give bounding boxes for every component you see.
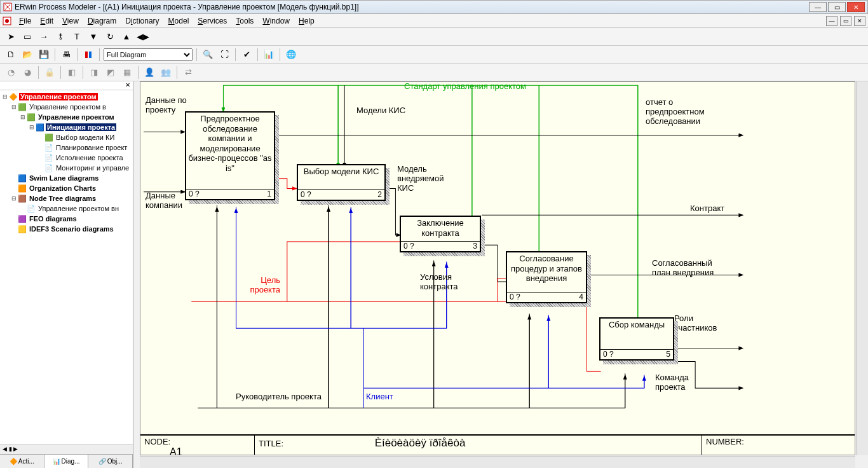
svc2-icon: ◕ bbox=[20, 65, 34, 79]
tab-objects[interactable]: 🔗 Obj... bbox=[88, 455, 133, 468]
activity-box-2[interactable]: Выбор модели КИС 0 ?2 bbox=[297, 164, 386, 201]
tab-diagrams[interactable]: 📊 Diag... bbox=[44, 455, 89, 468]
output-label-3: Контракт bbox=[690, 204, 724, 214]
window-close-button[interactable]: ✕ bbox=[847, 2, 865, 12]
diagram-area: Стандарт управления проектом Данные по п… bbox=[133, 81, 868, 468]
input-label-2: Модели КИС bbox=[356, 106, 405, 116]
output-label-2: Модель внедряемой КИС bbox=[397, 165, 454, 193]
menu-help[interactable]: Help bbox=[295, 15, 318, 27]
mdi-restore-button[interactable]: ▭ bbox=[840, 16, 851, 26]
zoom-in-icon[interactable]: 🔍 bbox=[201, 48, 215, 62]
cube3-icon: ◩ bbox=[104, 65, 118, 79]
print-icon[interactable]: 🖶 bbox=[59, 48, 73, 62]
output-label-4: Согласованный план внедрения bbox=[652, 259, 728, 278]
input-label-1: Данные по проекту bbox=[146, 96, 190, 115]
app-icon bbox=[3, 3, 12, 11]
box-tool-icon[interactable]: ▭ bbox=[20, 30, 34, 44]
svg-rect-3 bbox=[85, 52, 88, 58]
canvas-hscroll[interactable] bbox=[140, 457, 855, 468]
mdi-close-button[interactable]: ✕ bbox=[854, 16, 865, 26]
window-title: ERwin Process Modeler - [(A1) Инициация … bbox=[15, 3, 809, 11]
menu-model[interactable]: Model bbox=[165, 15, 193, 27]
condition-label: Условия контракта bbox=[420, 273, 465, 292]
goal-label: Цель проекта bbox=[242, 276, 280, 295]
open-icon[interactable]: 📂 bbox=[20, 48, 34, 62]
menu-diagram[interactable]: Diagram bbox=[84, 15, 120, 27]
squiggle-tool-icon[interactable]: ⥉ bbox=[53, 30, 67, 44]
window-maximize-button[interactable]: ▭ bbox=[828, 2, 846, 12]
output-label-6: Команда проекта bbox=[655, 373, 700, 392]
save-icon[interactable]: 💾 bbox=[37, 48, 51, 62]
menu-tools[interactable]: Tools bbox=[232, 15, 257, 27]
menu-bar: File Edit View Diagram Dictionary Model … bbox=[0, 14, 868, 28]
output-label-5: Роли участников bbox=[674, 314, 725, 333]
lock-icon: 🔒 bbox=[43, 65, 57, 79]
tab-activities[interactable]: 🔶 Acti... bbox=[0, 455, 44, 468]
window-minimize-button[interactable]: — bbox=[809, 2, 827, 12]
svg-point-2 bbox=[5, 19, 9, 23]
svc1-icon: ◔ bbox=[4, 65, 18, 79]
sibling-icon[interactable]: ◀▶ bbox=[136, 30, 150, 44]
menu-window[interactable]: Window bbox=[259, 15, 294, 27]
control-label: Стандарт управления проектом bbox=[404, 82, 526, 92]
arrow-tool-icon[interactable]: → bbox=[37, 30, 51, 44]
tree-hscroll[interactable]: ◀ ▮ ▶ bbox=[0, 444, 133, 454]
menu-view[interactable]: View bbox=[58, 15, 83, 27]
spellcheck-icon[interactable]: ✔ bbox=[240, 48, 254, 62]
menu-dictionary[interactable]: Dictionary bbox=[121, 15, 163, 27]
toolbar-standard: 🗋 📂 💾 🖶 Full Diagram 🔍 ⛶ ✔ 📊 🌐 bbox=[0, 46, 868, 64]
input-label-3: Данные компании bbox=[146, 191, 190, 210]
diagram-canvas[interactable]: Стандарт управления проектом Данные по п… bbox=[140, 81, 855, 455]
menu-edit[interactable]: Edit bbox=[36, 15, 57, 27]
globe-icon[interactable]: 🌐 bbox=[284, 48, 298, 62]
activity-box-5[interactable]: Сбор команды 0 ?5 bbox=[599, 317, 674, 361]
activity-box-4[interactable]: Согласование процедур и этапов внедрения… bbox=[506, 251, 587, 303]
window-titlebar: ERwin Process Modeler - [(A1) Инициация … bbox=[0, 0, 868, 14]
activity-box-1[interactable]: Предпроектное обследование компании и мо… bbox=[185, 111, 275, 200]
toolbar-services: ◔ ◕ 🔒 ◧ ◨ ◩ ▦ 👤 👥 ⇄ bbox=[0, 64, 868, 81]
mechanism-label-2: Клиент bbox=[366, 392, 393, 402]
panel-close-icon[interactable]: ✕ bbox=[125, 81, 130, 88]
canvas-vscroll[interactable] bbox=[857, 81, 868, 455]
toolbar-drawing: ➤ ▭ → ⥉ T ▼ ↻ ▲ ◀▶ bbox=[0, 28, 868, 46]
diagram-footer: NODE: A1 TITLE: Èíèöèàöèÿ ïðîåêòà NUMBER… bbox=[140, 434, 855, 455]
model-explorer-icon[interactable]: 📊 bbox=[262, 48, 276, 62]
go-down-icon[interactable]: ▼ bbox=[86, 30, 100, 44]
user2-icon: 👥 bbox=[159, 65, 173, 79]
activity-box-3[interactable]: Заключение контракта 0 ?3 bbox=[400, 216, 481, 252]
zoom-combo[interactable]: Full Diagram bbox=[104, 48, 193, 61]
zoom-fit-icon[interactable]: ⛶ bbox=[217, 48, 231, 62]
report-icon[interactable] bbox=[81, 48, 95, 62]
text-tool-icon[interactable]: T bbox=[70, 30, 84, 44]
transfer-icon: ⇄ bbox=[181, 65, 195, 79]
menu-services[interactable]: Services bbox=[194, 15, 231, 27]
refresh-icon[interactable]: ↻ bbox=[103, 30, 117, 44]
mechanism-label-1: Руководитель проекта bbox=[236, 392, 322, 402]
cube2-icon: ◨ bbox=[87, 65, 101, 79]
mdi-minimize-button[interactable]: — bbox=[826, 16, 837, 26]
model-tree[interactable]: ⊟🔶Управление проектом ⊟🟩Управление проек… bbox=[0, 90, 133, 444]
mdi-icon bbox=[3, 17, 11, 25]
cube1-icon: ◧ bbox=[65, 65, 79, 79]
svg-rect-4 bbox=[89, 52, 92, 58]
user1-icon[interactable]: 👤 bbox=[142, 65, 156, 79]
menu-file[interactable]: File bbox=[15, 15, 35, 27]
model-explorer-panel: ✕ ⊟🔶Управление проектом ⊟🟩Управление про… bbox=[0, 81, 133, 468]
go-up-icon[interactable]: ▲ bbox=[119, 30, 133, 44]
pointer-tool-icon[interactable]: ➤ bbox=[4, 30, 18, 44]
output-label-1: отчет о предпроектном обследовании bbox=[646, 98, 722, 127]
grid-icon: ▦ bbox=[120, 65, 134, 79]
new-icon[interactable]: 🗋 bbox=[4, 48, 18, 62]
